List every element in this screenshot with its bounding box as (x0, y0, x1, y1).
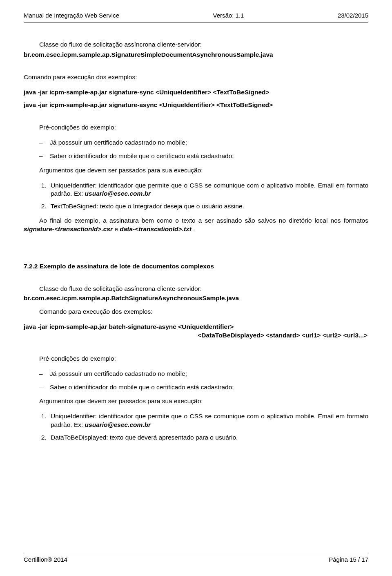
final1-a: Ao final do exemplo, a assinatura bem co… (39, 217, 368, 224)
precond-item: Saber o identificador do mobile que o ce… (39, 383, 368, 392)
footer-left: Certillion® 2014 (24, 556, 67, 564)
cmd2-line2: <DataToBeDisplayed> <standard> <url1> <u… (24, 331, 368, 340)
precond-heading-2: Pré-condições do exemplo: (39, 355, 368, 363)
class-name-2: br.com.esec.icpm.sample.ap.BatchSignatur… (24, 294, 368, 303)
args-heading-2: Argumentos que devem ser passados para s… (39, 397, 368, 406)
cmd2-line1: java -jar icpm-sample-ap.jar batch-signa… (24, 323, 368, 331)
precond-item: Já posssuir um certificado cadastrado no… (39, 138, 368, 147)
page-footer: Certillion® 2014 Página 15 / 17 (24, 553, 368, 564)
final1-e: . (192, 225, 195, 232)
final-note-1: Ao final do exemplo, a assinatura bem co… (24, 217, 368, 234)
class-intro-2: Classe do fluxo de solicitação assíncron… (39, 285, 368, 293)
args-list-1: UniqueIdentifier: identificador que perm… (24, 181, 368, 211)
header-right: 23/02/2015 (338, 11, 368, 20)
cmd1-line1: java -jar icpm-sample-ap.jar signature-s… (24, 88, 368, 97)
final1-c: e (113, 225, 120, 232)
arg-item-1b: UniqueIdentifier: identificador que perm… (48, 412, 368, 429)
cmd-heading-2: Comando para execução dos exemplos: (39, 308, 368, 316)
arg1-email: usuario@esec.com.br (85, 190, 151, 197)
cmd-heading-1: Comando para execução dos exemplos: (24, 73, 368, 82)
final1-d: data-<transcationId>.txt (120, 225, 192, 232)
header-left: Manual de Integração Web Service (24, 11, 119, 20)
precond-item: Já posssuir um certificado cadastrado no… (39, 370, 368, 378)
footer-right: Página 15 / 17 (329, 556, 368, 564)
arg-item-2b: DataToBeDisplayed: texto que deverá apre… (48, 433, 368, 442)
final1-b: signature-<transactionId>.csr (24, 225, 113, 232)
args-list-2: UniqueIdentifier: identificador que perm… (24, 412, 368, 442)
class-intro-1: Classe do fluxo de solicitação assíncron… (39, 40, 368, 49)
precond-list-1: Já posssuir um certificado cadastrado no… (39, 138, 368, 161)
header-center: Versão: 1.1 (213, 11, 244, 20)
page-header: Manual de Integração Web Service Versão:… (24, 11, 368, 22)
cmd1-line2: java -jar icpm-sample-ap.jar signature-a… (24, 101, 368, 109)
page: Manual de Integração Web Service Versão:… (0, 0, 392, 576)
args-heading-1: Argumentos que devem ser passados para s… (39, 166, 368, 175)
class-name-1: br.com.esec.icpm.sample.ap.SignatureSimp… (24, 51, 368, 59)
arg-item-1: UniqueIdentifier: identificador que perm… (48, 181, 368, 199)
precond-item: Saber o identificador do mobile que o ce… (39, 152, 368, 161)
arg1b-email: usuario@esec.com.br (85, 421, 151, 428)
class-intro-1-text: Classe do fluxo de solicitação assíncron… (39, 41, 202, 48)
precond-list-2: Já posssuir um certificado cadastrado no… (39, 370, 368, 392)
section-7-2-2-title: 7.2.2 Exemplo de assinatura de lote de d… (24, 262, 368, 271)
precond-heading-1: Pré-condições do exemplo: (39, 123, 368, 132)
arg-item-2: TextToBeSigned: texto que o Integrador d… (48, 202, 368, 211)
